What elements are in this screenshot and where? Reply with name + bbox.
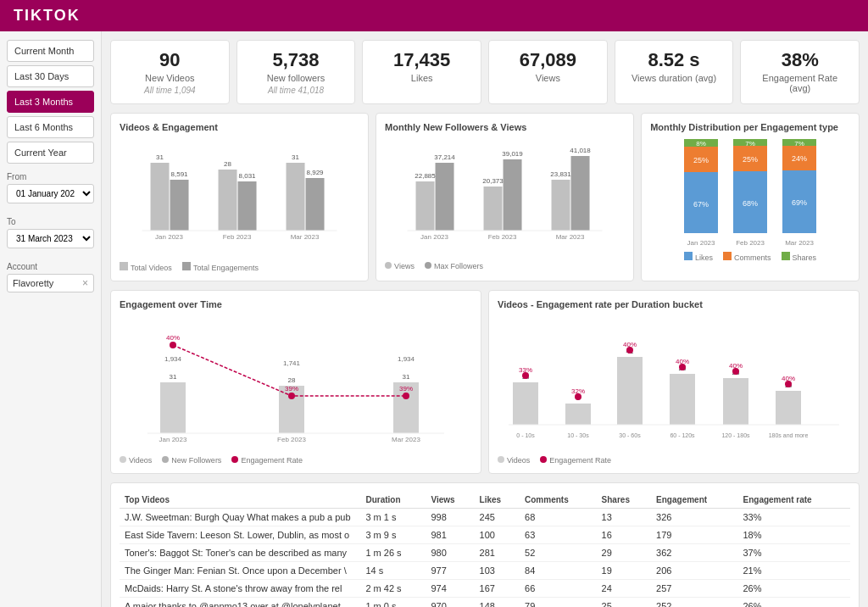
col-comments: Comments [520, 492, 597, 509]
chart4-mar-xlabel: Mar 2023 [392, 436, 420, 443]
chart5-dot-5 [785, 381, 792, 387]
chart4-svg: 31 28 31 1,934 1,741 1,934 40% 39% 39% [120, 315, 472, 450]
chart5-bar-5 [776, 391, 801, 425]
from-date-select[interactable]: 01 January 2023 [7, 184, 94, 203]
chart1-legend-videos-icon [120, 262, 128, 270]
chart5-legend: Videos Engagement Rate [498, 456, 850, 465]
cell-name-3: The Ginger Man: Fenian St. Once upon a D… [120, 562, 360, 580]
col-likes: Likes [475, 492, 520, 509]
chart3-jan-likes-pct: 67% [693, 200, 709, 209]
col-views: Views [426, 492, 474, 509]
chart4-legend: Videos New Followers Engagement Rate [120, 456, 472, 465]
chart2-mar-followers-bar [571, 156, 590, 231]
chart4-legend-eng: Engagement Rate [241, 456, 303, 465]
chart5-legend-eng: Engagement Rate [549, 456, 611, 465]
chart1-jan-video-label: 31 [156, 153, 164, 161]
account-remove-btn[interactable]: × [82, 277, 88, 289]
to-date-select[interactable]: 31 March 2023 [7, 229, 94, 248]
sidebar-last-6-months[interactable]: Last 6 Months [7, 116, 94, 138]
chart3-jan-bar: 8% 25% 67% [680, 137, 722, 239]
chart4-jan-xlabel: Jan 2023 [159, 436, 187, 443]
chart5-xlabel-0: 0 - 10s [516, 432, 535, 438]
chart4-legend-videos-icon [120, 456, 126, 463]
chart1-mar-xlabel: Mar 2023 [291, 233, 320, 241]
from-label: From [7, 172, 94, 181]
chart4-mar-video-label: 31 [403, 373, 410, 381]
chart3-bars: 8% 25% 67% Jan 2023 7% [650, 137, 850, 247]
chart2-feb-views-bar [484, 187, 503, 231]
app-title: TIKTOK [14, 7, 81, 24]
chart5-dot-1 [575, 393, 581, 400]
kpi-likes: 17,435 Likes [362, 40, 481, 104]
account-label: Account [7, 262, 94, 271]
chart2-mar-xlabel: Mar 2023 [556, 233, 585, 241]
chart1-feb-video-label: 28 [224, 160, 231, 168]
chart2-legend-followers-label: Max Followers [434, 262, 483, 270]
cell-eng-rate-3: 21% [738, 562, 851, 580]
chart1-jan-eng-label: 8,591 [171, 170, 189, 178]
chart2-legend: Views Max Followers [385, 262, 625, 270]
chart4-legend-followers: New Followers [171, 456, 221, 465]
chart3-legend-likes-icon [684, 252, 693, 260]
cell-name-5: A major thanks to @annmo13 over at @lone… [120, 598, 360, 608]
chart3-legend-shares: Shares [793, 253, 817, 262]
chart2-feb-views-label: 20,373 [482, 177, 504, 185]
kpi-views-label: Views [499, 73, 597, 83]
chart5-xlabel-2: 30 - 60s [619, 432, 641, 438]
sidebar-last-30-days[interactable]: Last 30 Days [7, 65, 94, 87]
chart3-legend-comments: Comments [734, 253, 771, 262]
chart2-legend-views-label: Views [394, 262, 415, 270]
cell-likes-0: 245 [475, 509, 520, 526]
kpi-duration-label: Views duration (avg) [626, 73, 723, 83]
cell-shares-0: 13 [597, 509, 652, 526]
cell-comments-0: 68 [520, 509, 597, 526]
chart4-feb-video-label: 28 [288, 376, 296, 384]
chart4-mar-eng-label: 39% [399, 385, 413, 393]
chart2-legend-followers-icon [425, 262, 431, 269]
table-row: Toner's: Baggot St: Toner's can be descr… [120, 544, 850, 562]
chart1-feb-engagement-bar [238, 181, 257, 231]
sidebar-current-month[interactable]: Current Month [7, 40, 94, 62]
kpi-engagement: 38% Engagement Rate (avg) [740, 40, 860, 104]
sidebar-last-3-months[interactable]: Last 3 Months [7, 91, 94, 113]
chart5-legend-videos-icon [498, 456, 504, 463]
chart4-title: Engagement over Time [120, 299, 472, 309]
sidebar-current-year[interactable]: Current Year [7, 142, 94, 164]
chart5-xlabel-4: 120 - 180s [721, 432, 750, 438]
chart-engagement-time: Engagement over Time 31 28 31 1,934 1,74… [110, 290, 481, 474]
chart4-jan-eng-label: 40% [166, 334, 180, 342]
chart4-feb-followers-label: 1,741 [283, 359, 301, 367]
charts-row-2: Engagement over Time 31 28 31 1,934 1,74… [110, 290, 860, 474]
chart1-legend-videos-label: Total Videos [131, 264, 172, 272]
chart2-jan-followers-bar [436, 163, 454, 231]
chart4-legend-videos: Videos [129, 456, 152, 465]
table-row: A major thanks to @annmo13 over at @lone… [120, 598, 850, 608]
account-value: Flavoretty [13, 278, 53, 288]
kpi-duration: 8.52 s Views duration (avg) [615, 40, 734, 104]
top-videos-table-card: Top Videos Duration Views Likes Comments… [110, 482, 860, 607]
chart5-bar-3 [670, 374, 695, 425]
chart4-mar-eng-dot [403, 393, 409, 399]
chart5-bar-1 [565, 404, 591, 425]
account-tag: Flavoretty × [7, 274, 94, 292]
chart3-mar-comments-pct: 24% [792, 154, 807, 163]
chart1-jan-videos-bar [151, 163, 170, 231]
cell-eng-rate-2: 37% [738, 544, 851, 562]
chart4-feb-eng-label: 39% [285, 385, 298, 393]
app-header: TIKTOK [0, 0, 868, 31]
chart2-svg: 37,214 22,885 39,019 20,373 41,018 23,83… [385, 137, 625, 256]
chart5-bar-2 [617, 357, 643, 425]
cell-likes-2: 281 [475, 544, 520, 562]
chart3-jan-comments-pct: 25% [693, 156, 709, 164]
chart-followers-views: Monthly New Followers & Views 37,214 22,… [376, 113, 634, 281]
cell-likes-3: 103 [475, 562, 520, 580]
chart3-feb-col: 7% 25% 68% Feb 2023 [729, 137, 771, 247]
chart5-legend-eng-icon [540, 456, 547, 463]
chart1-legend-eng-icon [182, 262, 191, 270]
chart3-legend-likes: Likes [695, 253, 713, 262]
cell-name-2: Toner's: Baggot St: Toner's can be descr… [120, 544, 360, 562]
cell-duration-4: 2 m 42 s [360, 580, 426, 598]
chart2-mar-views-bar [552, 180, 570, 231]
chart1-feb-eng-label: 8,031 [239, 172, 257, 180]
chart3-jan-col: 8% 25% 67% Jan 2023 [680, 137, 722, 247]
